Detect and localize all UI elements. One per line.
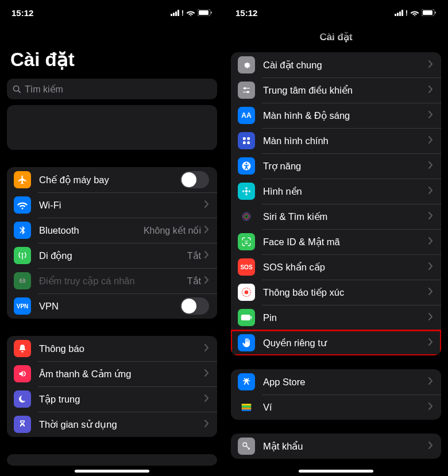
search-input[interactable]: Tìm kiếm — [7, 79, 217, 99]
svg-point-17 — [246, 162, 248, 164]
grid-icon — [238, 132, 255, 149]
row-siri[interactable]: Siri & Tìm kiếm — [231, 204, 441, 229]
svg-point-18 — [245, 190, 248, 193]
exposure-icon — [238, 284, 255, 301]
row-cellular[interactable]: Di động Tắt — [7, 243, 217, 268]
row-wallet[interactable]: Ví — [231, 394, 441, 420]
gear-icon — [238, 56, 255, 73]
chevron-right-icon — [428, 441, 433, 451]
row-label: Quyền riêng tư — [263, 338, 428, 349]
row-control-center[interactable]: Trung tâm điều khiển — [231, 78, 441, 103]
row-label: Màn hình chính — [263, 136, 428, 146]
row-label: Tập trung — [39, 394, 204, 405]
bell-icon — [14, 340, 31, 357]
row-label: Thông báo tiếp xúc — [263, 287, 428, 298]
row-passwords[interactable]: Mật khẩu — [231, 434, 441, 459]
chevron-right-icon — [428, 186, 433, 196]
row-value: Tắt — [187, 250, 201, 261]
section-general: Cài đặt chung Trung tâm điều khiển AA Mà… — [231, 52, 441, 355]
home-indicator[interactable] — [299, 470, 373, 473]
row-display-brightness[interactable]: AA Màn hình & Độ sáng — [231, 103, 441, 128]
phone-left-settings-root: 15:12 ! Cài đặt Tìm kiếm Chế độ máy — [0, 0, 224, 476]
svg-rect-2 — [211, 11, 212, 14]
row-accessibility[interactable]: Trợ năng — [231, 153, 441, 179]
appstore-icon — [238, 373, 255, 390]
svg-point-20 — [245, 193, 248, 195]
svg-rect-34 — [242, 406, 252, 408]
row-label: Trung tâm điều khiển — [263, 85, 428, 96]
row-label: Wi-Fi — [39, 200, 204, 211]
key-icon — [238, 438, 255, 455]
chevron-right-icon — [428, 237, 433, 247]
status-bar: 15:12 ! — [0, 0, 224, 25]
home-indicator[interactable] — [75, 470, 149, 473]
row-personal-hotspot: Điểm truy cập cá nhân Tắt — [7, 268, 217, 293]
row-wallpaper[interactable]: Hình nền — [231, 179, 441, 204]
wallet-icon — [238, 398, 255, 416]
row-home-screen[interactable]: Màn hình chính — [231, 128, 441, 153]
hand-icon — [238, 334, 255, 351]
chevron-right-icon — [428, 60, 433, 70]
svg-rect-9 — [243, 88, 250, 88]
row-wifi[interactable]: Wi-Fi — [7, 192, 217, 218]
row-exposure-notifications[interactable]: Thông báo tiếp xúc — [231, 280, 441, 305]
chevron-right-icon — [204, 250, 209, 261]
svg-point-21 — [242, 190, 245, 192]
row-face-id[interactable]: Face ID & Mật mã — [231, 229, 441, 254]
row-battery[interactable]: Pin — [231, 305, 441, 330]
svg-point-19 — [245, 187, 248, 189]
chevron-right-icon — [428, 312, 433, 323]
siri-icon — [238, 208, 255, 225]
row-focus[interactable]: Tập trung — [7, 386, 217, 412]
right-scroll[interactable]: Cài đặt chung Trung tâm điều khiển AA Mà… — [224, 51, 448, 476]
row-label: Face ID & Mật mã — [263, 237, 428, 247]
status-icons: ! — [171, 9, 213, 17]
vpn-toggle[interactable] — [180, 297, 209, 315]
wifi-icon — [14, 196, 31, 214]
svg-rect-1 — [199, 10, 208, 15]
search-placeholder: Tìm kiếm — [25, 84, 63, 95]
section-personal: Thông báo Âm thanh & Cảm ứng Tập trung — [7, 336, 217, 437]
svg-rect-36 — [242, 409, 252, 411]
left-scroll[interactable]: Cài đặt Tìm kiếm Chế độ máy bay Wi-Fi — [0, 25, 224, 476]
row-label: Ví — [263, 402, 428, 413]
row-label: Thông báo — [39, 343, 204, 354]
row-general[interactable]: Cài đặt chung — [231, 52, 441, 78]
row-label: Điểm truy cập cá nhân — [39, 276, 187, 287]
row-bluetooth[interactable]: Bluetooth Không kết nối — [7, 218, 217, 243]
signal-exclaim: ! — [405, 9, 408, 17]
row-privacy[interactable]: Quyền riêng tư — [231, 330, 441, 355]
svg-rect-15 — [247, 141, 250, 144]
battery-row-icon — [238, 309, 255, 326]
chevron-right-icon — [428, 402, 433, 412]
row-airplane-mode[interactable]: Chế độ máy bay — [7, 167, 217, 192]
row-label: Âm thanh & Cảm ứng — [39, 369, 204, 380]
chevron-right-icon — [428, 136, 433, 146]
chevron-right-icon — [204, 225, 209, 235]
row-label: Siri & Tìm kiếm — [263, 211, 428, 222]
accessibility-icon — [238, 157, 255, 175]
section-partial — [7, 454, 217, 466]
airplane-toggle[interactable] — [180, 171, 209, 188]
row-label: Thời gian sử dụng — [39, 419, 204, 430]
svg-point-30 — [245, 291, 249, 295]
status-time: 15:12 — [235, 8, 395, 18]
chevron-right-icon — [428, 262, 433, 272]
row-sos[interactable]: SOS SOS khẩn cấp — [231, 254, 441, 280]
wifi-status-icon — [186, 9, 195, 16]
vpn-icon: VPN — [14, 297, 31, 315]
row-label: SOS khẩn cấp — [263, 262, 428, 273]
row-notifications[interactable]: Thông báo — [7, 336, 217, 361]
row-screentime[interactable]: Thời gian sử dụng — [7, 412, 217, 437]
wifi-status-icon — [410, 9, 419, 16]
row-label: Bluetooth — [39, 225, 144, 236]
row-app-store[interactable]: App Store — [231, 369, 441, 394]
svg-point-22 — [248, 190, 250, 192]
profile-card[interactable] — [7, 105, 217, 150]
status-icons: ! — [395, 9, 437, 17]
row-vpn[interactable]: VPN VPN — [7, 293, 217, 319]
row-label: Trợ năng — [263, 161, 428, 172]
row-sounds[interactable]: Âm thanh & Cảm ứng — [7, 361, 217, 386]
svg-rect-35 — [242, 408, 252, 409]
row-label: VPN — [39, 301, 180, 312]
